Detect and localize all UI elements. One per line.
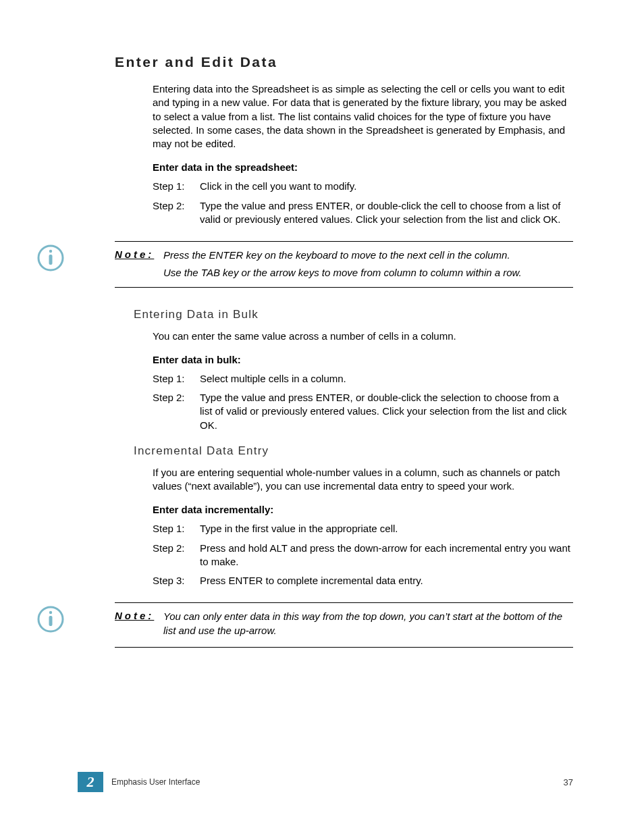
step-row: Step 2: Type the value and press ENTER, … [153,199,573,227]
step-label: Step 3: [153,574,200,588]
step-text: Type the value and press ENTER, or doubl… [200,199,573,227]
step-label: Step 1: [153,522,200,536]
svg-point-4 [49,611,52,614]
page-number: 37 [564,777,573,787]
step-label: Step 2: [153,542,200,569]
step-row: Step 3: Press ENTER to complete incremen… [153,574,573,588]
svg-point-1 [49,250,52,253]
step-row: Step 1: Click in the cell you want to mo… [153,180,573,193]
note-text: Press the ENTER key on the keyboard to m… [163,249,573,262]
bulk-intro: You can enter the same value across a nu… [153,330,573,343]
incr-heading: Incremental Data Entry [134,444,573,458]
intro-paragraph: Entering data into the Spreadsheet is as… [153,82,573,151]
note-text: Use the TAB key or the arrow keys to mov… [163,266,573,280]
step-text: Select multiple cells in a column. [200,372,573,386]
note-block: Note: Press the ENTER key on the keyboar… [115,241,573,288]
step-text: Type in the first value in the appropria… [200,522,573,536]
chapter-badge: 2 [78,772,103,792]
section1-title: Enter data in the spreadsheet: [153,161,573,173]
page-footer: 2 Emphasis User Interface 37 [0,772,644,792]
page-heading: Enter and Edit Data [115,54,573,70]
bulk-title: Enter data in bulk: [153,354,573,365]
incr-title: Enter data incrementally: [153,504,573,515]
step-row: Step 2: Type the value and press ENTER, … [153,391,573,432]
note-text: You can only enter data in this way from… [163,610,573,637]
step-label: Step 2: [153,199,200,227]
step-text: Type the value and press ENTER, or doubl… [200,391,573,432]
step-text: Click in the cell you want to modify. [200,180,573,193]
step-text: Press ENTER to complete incremental data… [200,574,573,588]
svg-rect-2 [49,255,53,265]
step-row: Step 2: Press and hold ALT and press the… [153,542,573,569]
step-label: Step 2: [153,391,200,432]
note-label: Note: [115,610,163,637]
step-text: Press and hold ALT and press the down-ar… [200,542,573,569]
note-block: Note: You can only enter data in this wa… [115,602,573,648]
step-row: Step 1: Select multiple cells in a colum… [153,372,573,386]
incr-intro: If you are entering sequential whole-num… [153,466,573,494]
step-label: Step 1: [153,372,200,386]
step-label: Step 1: [153,180,200,193]
svg-rect-5 [49,616,53,626]
note-label: Note: [115,249,163,262]
info-icon [37,244,64,271]
footer-title: Emphasis User Interface [111,777,564,787]
info-icon [37,606,64,633]
bulk-heading: Entering Data in Bulk [134,308,573,321]
step-row: Step 1: Type in the first value in the a… [153,522,573,536]
